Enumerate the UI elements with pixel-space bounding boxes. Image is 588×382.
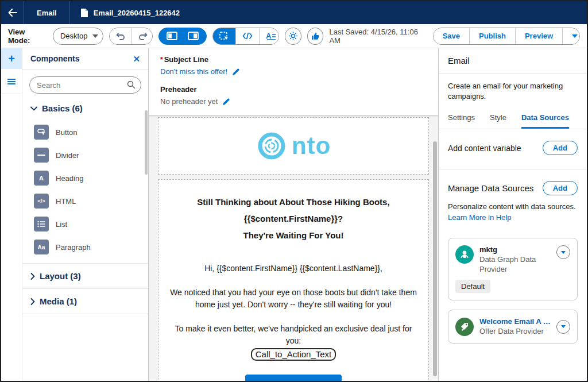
data-source-card-mktg[interactable]: mktg Data Graph Data Provider Default bbox=[448, 238, 578, 300]
last-saved-text: Last Saved: 4/15/26, 11:06 AM bbox=[329, 28, 425, 45]
plain-text-icon: A bbox=[266, 32, 276, 40]
component-label: Button bbox=[56, 128, 78, 137]
visual-editor-icon bbox=[219, 32, 229, 41]
redo-button[interactable] bbox=[131, 28, 152, 44]
email-heading-line: They're Waiting For You! bbox=[169, 227, 418, 244]
publish-button[interactable]: Publish bbox=[469, 28, 515, 44]
data-source-card-offer[interactable]: Welcome Email A - Gear Up... Offer Data … bbox=[448, 310, 578, 344]
chevron-right-icon bbox=[30, 273, 35, 280]
paragraph-component-icon: Aa bbox=[34, 240, 49, 254]
main-area: + Components ✕ Basics (6) bbox=[1, 48, 587, 381]
required-asterisk: * bbox=[160, 56, 163, 64]
email-text-block[interactable]: Still Thinking about About Those Hiking … bbox=[158, 179, 429, 381]
feedback-button[interactable] bbox=[307, 28, 324, 45]
html-component-icon: </> bbox=[34, 194, 49, 209]
close-icon[interactable]: ✕ bbox=[133, 55, 140, 63]
document-title-area: Email_20260415_122642 bbox=[70, 1, 190, 24]
keep-shopping-button[interactable]: KEEP SHOPPING bbox=[245, 375, 342, 381]
view-mode-dropdown[interactable]: Desktop bbox=[53, 28, 104, 45]
button-component-icon bbox=[34, 125, 49, 140]
panel-description: Create an email for your marketing campa… bbox=[439, 74, 587, 103]
chevron-down-icon bbox=[30, 106, 37, 111]
default-badge: Default bbox=[455, 280, 490, 293]
component-label: HTML bbox=[56, 197, 76, 206]
preview-dropdown-button[interactable] bbox=[562, 28, 580, 44]
email-heading-line: Still Thinking about About Those Hiking … bbox=[169, 194, 418, 210]
component-item-list[interactable]: List bbox=[22, 213, 148, 236]
email-body-paragraph: To make it even better, we've handpicked… bbox=[169, 323, 418, 347]
tab-data-sources[interactable]: Data Sources bbox=[521, 107, 569, 129]
canvas-scrollbar[interactable] bbox=[433, 141, 437, 376]
section-layout[interactable]: Layout (3) bbox=[22, 263, 148, 288]
data-source-subtitle: Offer Data Provider bbox=[479, 326, 551, 336]
components-scrollbar[interactable] bbox=[145, 110, 148, 175]
email-logo-block[interactable]: nto bbox=[158, 117, 429, 175]
data-sources-description: Personalize content with data sources. L… bbox=[439, 201, 587, 223]
add-data-source-button[interactable]: Add bbox=[543, 181, 578, 195]
component-label: List bbox=[56, 220, 67, 229]
data-source-title[interactable]: Welcome Email A - Gear Up... bbox=[479, 317, 551, 326]
panel-tabs: Settings Style Data Sources bbox=[439, 107, 587, 129]
subject-preheader-card: *Subject Line Don't miss this offer! Pre… bbox=[149, 48, 438, 115]
plus-icon: + bbox=[8, 53, 15, 64]
redo-icon bbox=[138, 32, 148, 40]
structure-rail-button[interactable] bbox=[1, 69, 22, 94]
component-item-divider[interactable]: Divider bbox=[22, 144, 148, 167]
undo-button[interactable] bbox=[110, 28, 131, 44]
list-component-icon bbox=[34, 217, 49, 231]
email-preview-scroll[interactable]: nto Still Thinking about About Those Hik… bbox=[149, 115, 438, 381]
back-button[interactable] bbox=[1, 1, 24, 24]
save-button[interactable]: Save bbox=[434, 28, 469, 44]
email-greeting: Hi, {{$content.FirstName}} {{$content.La… bbox=[169, 263, 418, 275]
subject-line-value: Don't miss this offer! bbox=[160, 67, 227, 76]
section-media-label: Media (1) bbox=[40, 296, 77, 306]
toggle-left-panel-button[interactable] bbox=[161, 32, 183, 40]
chevron-down-icon bbox=[92, 34, 98, 38]
components-panel-title: Components bbox=[30, 54, 80, 63]
component-label: Heading bbox=[56, 174, 83, 183]
section-media[interactable]: Media (1) bbox=[22, 288, 148, 314]
visual-editor-button[interactable] bbox=[213, 28, 235, 44]
component-item-heading[interactable]: A Heading bbox=[22, 167, 148, 190]
gear-icon bbox=[288, 31, 298, 41]
document-icon bbox=[80, 8, 88, 18]
component-item-html[interactable]: </> HTML bbox=[22, 190, 148, 213]
preview-button[interactable]: Preview bbox=[515, 28, 562, 44]
tab-settings[interactable]: Settings bbox=[448, 107, 475, 129]
hamburger-icon bbox=[7, 78, 16, 85]
edit-subject-pencil-icon[interactable] bbox=[232, 68, 240, 76]
heading-component-icon: A bbox=[34, 171, 49, 186]
right-panel-icon bbox=[188, 32, 199, 40]
app-header: Email Email_20260415_122642 bbox=[1, 1, 587, 24]
data-source-menu-button[interactable] bbox=[556, 245, 570, 259]
edit-preheader-pencil-icon[interactable] bbox=[222, 98, 230, 106]
section-basics[interactable]: Basics (6) bbox=[22, 96, 148, 121]
view-mode-label: View Mode: bbox=[8, 28, 47, 45]
data-source-menu-button[interactable] bbox=[556, 320, 570, 334]
add-content-variable-button[interactable]: Add bbox=[543, 141, 578, 155]
view-mode-value: Desktop bbox=[60, 32, 88, 40]
search-icon bbox=[127, 80, 136, 89]
svg-text:A: A bbox=[266, 32, 272, 40]
toggle-right-panel-button[interactable] bbox=[183, 32, 204, 40]
add-components-rail-button[interactable]: + bbox=[1, 48, 22, 69]
chevron-down-icon bbox=[572, 34, 578, 38]
settings-button[interactable] bbox=[285, 28, 301, 45]
component-label: Paragraph bbox=[56, 243, 91, 252]
call-to-action-placeholder[interactable]: Call_to_Action_Text bbox=[251, 348, 336, 361]
code-editor-button[interactable] bbox=[235, 28, 259, 44]
email-settings-panel: Email Create an email for your marketing… bbox=[438, 48, 587, 381]
component-item-button[interactable]: Button bbox=[22, 121, 148, 144]
data-source-title: mktg bbox=[479, 245, 551, 254]
plain-text-button[interactable]: A bbox=[259, 28, 279, 44]
tab-style[interactable]: Style bbox=[490, 107, 506, 129]
subject-line-label: *Subject Line bbox=[160, 55, 427, 64]
search-input[interactable] bbox=[29, 76, 141, 94]
email-canvas: *Subject Line Don't miss this offer! Pre… bbox=[149, 48, 438, 381]
panel-title: Email bbox=[439, 48, 587, 74]
offer-icon bbox=[455, 318, 474, 336]
learn-more-link[interactable]: Learn More in Help bbox=[448, 213, 512, 222]
section-basics-label: Basics (6) bbox=[42, 103, 83, 113]
app-name-label: Email bbox=[24, 1, 70, 24]
component-item-paragraph[interactable]: Aa Paragraph bbox=[22, 236, 148, 258]
